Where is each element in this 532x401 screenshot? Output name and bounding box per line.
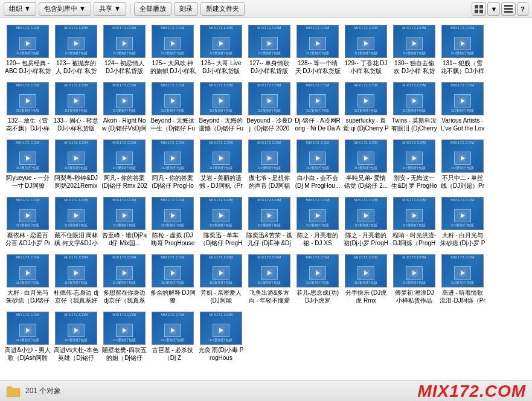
file-label: Akon - Right Now (Dj铭仔VsDj阿恩... [101,117,147,133]
list-item[interactable]: MIX172.COMDJ复制打包版高进vs大杜-本色英雄（Dj铭仔 [52,309,100,366]
list-item[interactable]: MIX172.COMDJ复制打包版133-- 固心 - 转意 DJ小样私货版 [52,79,100,136]
list-item[interactable]: MIX172.COMDJ复制打包版陈奕迅 - 单车（Dj铭仔 ProgHouse [197,194,245,251]
view-toggle-button2[interactable]: ▼ [487,2,500,16]
file-label: 129-- 丁香花 DJ小样 私货版 [343,59,389,75]
list-item[interactable]: MIX172.COMDJ复制打包版飞鱼出游&多方向 - 年轻不懂爱 [245,251,293,309]
file-label: 125-- 大风吹 神的旗帜 DJ小样私货版 [150,59,196,76]
list-item[interactable]: MIX172.COMDJ复制打包版大籽 - 白月光与朱砂痣（DJ铭仔 ProgH… [4,251,52,309]
list-item[interactable]: MIX172.COMDJ复制打包版120-- 包房经典 - ABC DJ小样私货… [4,22,52,79]
list-item[interactable]: MIX172.COMDJ复制打包版131-- 犯贱（雪花不飘）DJ小样私... [438,22,487,79]
burn-button[interactable]: 刻录 [174,2,198,16]
file-thumbnail: MIX172.COMDJ复制打包版 [7,312,49,345]
list-item[interactable]: MIX172.COMDJ复制打包版藏不住眼泪 周林枫 何文字&DJ小罗 Prog… [52,194,100,251]
file-thumbnail: MIX172.COMDJ复制打包版 [393,254,435,287]
list-item[interactable]: MIX172.COMDJ复制打包版蔡依林 - 恋爱百分百 &DJ小罗 ProgH… [4,194,52,251]
file-label: 傲七爷 - 是想你的声音 (DJ阿福 Remix) [246,174,292,191]
list-item[interactable]: MIX172.COMDJ复制打包版芳姐 - 亲密爱人 (DJ阿能 [197,251,245,309]
list-item[interactable]: MIX172.COMDJ复制打包版阿yueyue - 一分一寸 DJ阿獠 [4,136,52,194]
file-thumbnail: MIX172.COMDJ复制打包版 [200,82,242,115]
play-all-button[interactable]: 全部播放 [134,2,171,16]
file-thumbnail: MIX172.COMDJ复制打包版 [103,140,146,173]
file-label: 高进 - 听着情歌流泪-DJ阿烁（ProgHou... [440,289,486,306]
file-label: 大籽 - 白月光与朱砂痣 (Dj小罗 ProgHou... [440,231,486,248]
list-item[interactable]: MIX172.COMDJ复制打包版Akon - Right Now (Dj铭仔V… [100,79,149,136]
list-item[interactable]: MIX172.COMDJ复制打包版高进&小沙 - 男人歌（DjAsh阿胜 [4,309,52,366]
list-item[interactable]: MIX172.COMDJ复制打包版白小白 - 会不会(Dj M ProgHou.… [293,136,342,194]
list-item[interactable]: MIX172.COMDJ复制打包版菲儿-思念成(功)DJ小虎罗 [293,251,342,309]
list-item[interactable]: MIX172.COMDJ复制打包版别安 - 无悔这一生&Dj 罗 ProgHou… [390,136,438,194]
file-label: 曾至峰 - 谁(DjPad仔 Mix国... [101,231,147,247]
list-item[interactable]: MIX172.COMDJ复制打包版半吨兄弟- 爱情错觉 (Dj铭仔 2... P… [342,136,390,194]
list-item[interactable]: MIX172.COMDJ复制打包版127-- 单身情歌 DJ小样私货版 [245,22,293,79]
list-item[interactable]: MIX172.COMDJ复制打包版多余的解释 DJ阿獠 [149,251,197,309]
svg-rect-5 [504,8,513,10]
list-item[interactable]: MIX172.COMDJ复制打包版杜德伟-忘身边 dj京仔（我真系好中意你... [52,251,100,309]
file-label: 陈奕迅 - 单车（Dj铭仔 ProgHouse [198,231,244,248]
list-item[interactable]: MIX172.COMDJ复制打包版傅梦初 潮浪DJ 小样私货作品 [390,251,438,309]
list-item[interactable]: MIX172.COMDJ复制打包版高进 - 听着情歌流泪-DJ阿烁（ProgHo… [438,251,487,309]
file-label: 飞鱼出游&多方向 - 年轻不懂爱 [246,289,292,304]
file-label: 132-- 放生（雪花不飘）DJ小样私... [5,117,51,133]
list-item[interactable]: MIX172.COMDJ复制打包版132-- 放生（雪花不飘）DJ小样私... [4,79,52,136]
list-item[interactable]: MIX172.COMDJ复制打包版曾至峰 - 谁(DjPad仔 Mix国... [100,194,149,251]
list-item[interactable]: MIX172.COMDJ复制打包版128-- 等一个晴天 DJ小样私货版 [293,22,342,79]
new-folder-button[interactable]: 新建文件夹 [200,2,245,16]
list-item[interactable]: MIX172.COMDJ复制打包版陈奕迅&苦荣 - 孤儿仔 (DjE神 &Dj7… [245,194,293,251]
file-thumbnail: MIX172.COMDJ复制打包版 [55,254,97,287]
status-bar: 201 个对象 MIX172.COM [0,380,532,401]
file-label: Beyond - 无悔的遗憾（Dj铭仔 Funk Ho... [198,117,244,133]
file-thumbnail: MIX172.COMDJ复制打包版 [200,312,242,345]
file-label: 133-- 固心 - 转意 DJ小样私货版 [53,117,99,132]
list-item[interactable]: MIX172.COMDJ复制打包版不只中二 - 单丝线（DJ刘超）ProgHou… [438,136,487,194]
organize-button[interactable]: 组织 ▼ [4,2,36,16]
list-item[interactable]: MIX172.COMDJ复制打包版古巨基 - 必杀技（Dj Z [149,309,197,366]
include-library-button[interactable]: 包含到库中 ▼ [39,2,91,16]
list-item[interactable]: MIX172.COMDJ复制打包版Various Artists - L've … [438,79,487,136]
list-item[interactable]: MIX172.COMDJ复制打包版Dj-铭仔 - A冷网Rong - Ni De… [293,79,342,136]
list-item[interactable]: MIX172.COMDJ复制打包版陋壁老樊-四块五的姐（Dj铭仔 [100,309,149,366]
list-item[interactable]: MIX172.COMDJ复制打包版大籽 - 白月光与朱砂痣 (Dj小罗 Prog… [438,194,487,251]
list-item[interactable]: MIX172.COMDJ复制打包版陈粒 - 虚拟 (DJ嗨哥 ProgHouse… [149,194,197,251]
list-item[interactable]: MIX172.COMDJ复制打包版分手快乐 (DJ虎虎 Rmx [342,251,390,309]
list-item[interactable]: MIX172.COMDJ复制打包版艾岩 - 美丽的遗憾 - DJ阿帆（ProgH… [197,136,245,194]
list-item[interactable]: MIX172.COMDJ复制打包版阿凡 - 你的答案(Dj铭仔 ProgHou.… [149,136,197,194]
list-item[interactable]: MIX172.COMDJ复制打包版126-- 大哥 Live DJ小样私货版 [197,22,245,79]
list-item[interactable]: MIX172.COMDJ复制打包版多想留在你身边 dj京仔（我真系好中意你... [100,251,149,309]
view-toggle-button[interactable] [472,2,486,16]
file-label: 阿凡 - 你的答案(Dj铭仔 Rmx 2020) [101,174,147,191]
file-label: 127-- 单身情歌 DJ小样私货版 [246,59,292,75]
list-item[interactable]: MIX172.COMDJ复制打包版光良 雨(Dj小毒 ProgHous [197,309,245,366]
list-item[interactable]: MIX172.COMDJ复制打包版125-- 大风吹 神的旗帜 DJ小样私货版 [149,22,197,79]
list-item[interactable]: MIX172.COMDJ复制打包版superlucky - 直觉 qi (DjC… [342,79,390,136]
file-thumbnail: MIX172.COMDJ复制打包版 [345,197,387,230]
svg-rect-4 [504,5,513,7]
view-toggle-list[interactable] [501,2,516,16]
file-label: 不只中二 - 单丝线（DJ刘超）ProgHou... [440,174,486,191]
list-item[interactable]: MIX172.COMDJ复制打包版陈之 - 月亮着的裙(Dj小罗 ProgHou… [342,194,390,251]
share-button[interactable]: 共享 ▼ [94,2,126,16]
list-item[interactable]: MIX172.COMDJ复制打包版阿梨粤-秒钟&DJ阿奶2021RemixPro… [52,136,100,194]
file-thumbnail: MIX172.COMDJ复制打包版 [200,254,242,287]
list-item[interactable]: MIX172.COMDJ复制打包版程响 - 时光洪流-DJ阿烁（ProgHou.… [390,194,438,251]
help-button[interactable]: ? [517,2,528,16]
file-label: 阿凡 - 你的答案(Dj铭仔 ProgHou... [150,174,196,191]
list-item[interactable]: MIX172.COMDJ复制打包版Twins - 莫斯科没有眼泪 (DjCher… [390,79,438,136]
list-item[interactable]: MIX172.COMDJ复制打包版130-- 独自去偷欢 DJ小样 私货版 [390,22,438,79]
list-item[interactable]: MIX172.COMDJ复制打包版傲七爷 - 是想你的声音 (DJ阿福 Remi… [245,136,293,194]
file-thumbnail: MIX172.COMDJ复制打包版 [296,140,339,173]
file-thumbnail: MIX172.COMDJ复制打包版 [345,140,387,173]
file-thumbnail: MIX172.COMDJ复制打包版 [152,140,194,173]
list-item[interactable]: MIX172.COMDJ复制打包版124-- 初恋情人 DJ小样私货版 [100,22,149,79]
file-thumbnail: MIX172.COMDJ复制打包版 [7,82,49,115]
list-item[interactable]: MIX172.COMDJ复制打包版阿凡 - 你的答案(Dj铭仔 Rmx 2020… [100,136,149,194]
list-item[interactable]: MIX172.COMDJ复制打包版陈之 - 月亮着的裙 - DJ XS [293,194,342,251]
svg-rect-3 [479,10,483,13]
list-item[interactable]: MIX172.COMDJ复制打包版129-- 丁香花 DJ小样 私货版 [342,22,390,79]
file-label: 菲儿-思念成(功)DJ小虎罗 [295,289,341,304]
list-item[interactable]: MIX172.COMDJ复制打包版Beyond - 无悔的遗憾（Dj铭仔 Fun… [197,79,245,136]
file-label: 120-- 包房经典 - ABC DJ小样私货版 [5,59,51,76]
list-item[interactable]: MIX172.COMDJ复制打包版Beyond - 无悔这一生（Dj铭仔 Fun… [149,79,197,136]
list-item[interactable]: MIX172.COMDJ复制打包版123-- 被抛弃的人 DJ小样 私货版 [52,22,100,79]
file-label: 芳姐 - 亲密爱人 (DJ阿能 [198,289,244,304]
list-item[interactable]: MIX172.COMDJ复制打包版Beyound - 冷夜Dj（Dj铭仔 202… [245,79,293,136]
